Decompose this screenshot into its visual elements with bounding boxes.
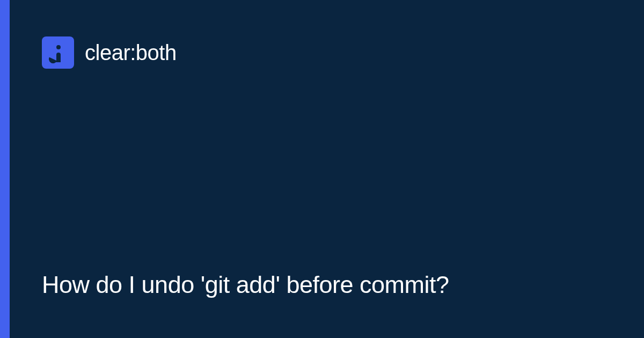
brand-name: clear:both bbox=[85, 41, 177, 65]
semicolon-icon bbox=[42, 36, 74, 69]
accent-bar bbox=[0, 0, 10, 338]
content-area: clear:both How do I undo 'git add' befor… bbox=[10, 0, 644, 338]
logo: clear:both bbox=[42, 36, 612, 69]
page-title: How do I undo 'git add' before commit? bbox=[42, 269, 612, 301]
